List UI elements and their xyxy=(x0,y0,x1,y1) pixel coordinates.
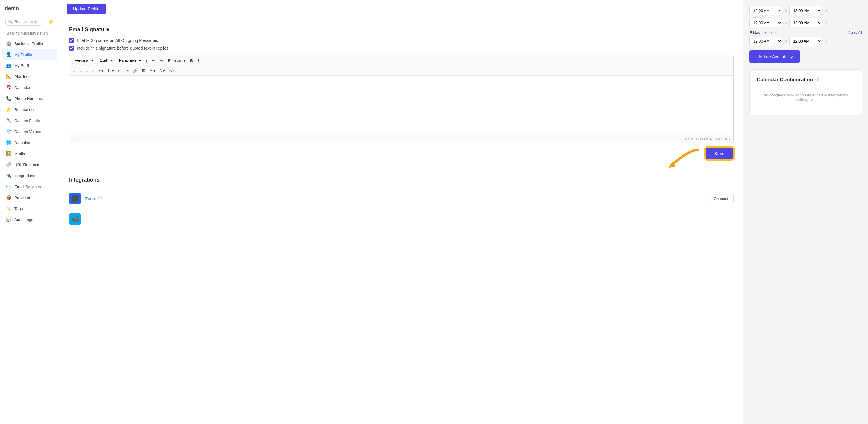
email-signature-title: Email Signature xyxy=(69,27,734,33)
sidebar-item-integrations[interactable]: 🔌 Integrations xyxy=(2,170,57,181)
sidebar-item-label: Phone Numbers xyxy=(14,96,43,101)
back-to-main-nav[interactable]: ‹ Back to main navigation xyxy=(0,29,59,38)
sidebar-item-label: My Profile xyxy=(14,52,32,57)
time-to-select-2[interactable]: 12:00 AM xyxy=(789,18,822,27)
second-integration-row: 📹 xyxy=(69,209,734,229)
font-select[interactable]: Verdana xyxy=(72,57,95,64)
editor-toolbar-top: Verdana 11pt Paragraph I ↩ ↪ Formats ▾ B… xyxy=(69,55,734,66)
chevron-left-icon: ‹ xyxy=(4,31,5,35)
numbered-list-btn[interactable]: 1. ▾ xyxy=(106,67,115,74)
editor-word-count: 0 WORDS POWERED BY TINY xyxy=(684,137,731,141)
italic-toolbar-btn[interactable]: I xyxy=(145,57,149,64)
bullet-list-btn[interactable]: • ▾ xyxy=(97,67,104,74)
align-justify-btn[interactable]: ≡ xyxy=(91,67,96,74)
sidebar-item-my-profile[interactable]: 👤 My Profile xyxy=(2,49,57,60)
sidebar-item-business-profile[interactable]: 🏢 Business Profile xyxy=(2,38,57,49)
editor-body[interactable] xyxy=(69,76,734,135)
second-integration-left: 📹 xyxy=(69,213,81,225)
indent-less-btn[interactable]: ⇤ xyxy=(117,67,123,74)
friday-time-remove[interactable]: × xyxy=(825,39,828,44)
sidebar-item-label: Business Profile xyxy=(14,41,43,46)
undo-btn[interactable]: ↩ xyxy=(151,57,157,64)
time-remove-2[interactable]: × xyxy=(825,20,828,26)
lightning-icon[interactable]: ⚡ xyxy=(47,19,54,25)
calendar-empty-msg: No google/outlook accounts added in Inte… xyxy=(757,87,855,108)
integrations-section: Integrations 🎥 Zoom ⓘ Connect 📹 xyxy=(59,168,743,238)
update-availability-button[interactable]: Update Availability xyxy=(749,50,800,63)
second-integration-logo: 📹 xyxy=(69,213,81,225)
sidebar-item-audit-logs[interactable]: 📊 Audit Logs xyxy=(2,214,57,225)
time-from-select-1[interactable]: 12:00 AM xyxy=(749,6,782,15)
media-icon: 🖼️ xyxy=(6,151,11,156)
sidebar-item-label: Media xyxy=(14,151,25,156)
sidebar-item-tags[interactable]: 🏷️ Tags xyxy=(2,203,57,214)
sidebar-item-label: Calendars xyxy=(14,85,33,90)
friday-apply-all[interactable]: Apply All xyxy=(848,31,862,35)
reputation-icon: ⭐ xyxy=(6,107,11,112)
zoom-info-icon[interactable]: ⓘ xyxy=(98,196,102,201)
search-bar[interactable]: 🔍 Search ctrl K xyxy=(5,18,41,26)
indent-more-btn[interactable]: ⇥ xyxy=(124,67,130,74)
sidebar-item-reputation[interactable]: ⭐ Reputation xyxy=(2,104,57,115)
bold-btn[interactable]: B xyxy=(189,57,194,64)
friday-time-from[interactable]: 12:00 AM xyxy=(749,36,782,46)
sidebar-item-pipelines[interactable]: 📐 Pipelines xyxy=(2,71,57,82)
pipelines-icon: 📐 xyxy=(6,74,11,79)
format-select[interactable]: Paragraph xyxy=(116,57,143,64)
my-profile-icon: 👤 xyxy=(6,52,11,57)
sidebar-item-phone-numbers[interactable]: 📞 Phone Numbers xyxy=(2,93,57,104)
friday-day-row: Friday + hours Apply All 12:00 AM × 12:0… xyxy=(749,30,862,46)
sidebar-item-url-redirects[interactable]: 🔗 URL Redirects xyxy=(2,159,57,170)
sidebar-item-my-staff[interactable]: 👥 My Staff xyxy=(2,60,57,71)
custom-values-icon: 💎 xyxy=(6,129,11,134)
size-select[interactable]: 11pt xyxy=(97,57,114,64)
save-button[interactable]: Save xyxy=(705,147,734,160)
back-nav-label: Back to main navigation xyxy=(6,31,48,35)
sidebar-item-label: Email Services xyxy=(14,185,41,189)
time-remove-1[interactable]: × xyxy=(825,8,828,13)
align-left-btn[interactable]: ≡ xyxy=(72,67,77,74)
right-panel: 12:00 AM × 12:00 AM × 12:00 AM × 12:00 A… xyxy=(743,0,868,424)
sidebar-item-calendars[interactable]: 📅 Calendars xyxy=(2,82,57,93)
redo-btn[interactable]: ↪ xyxy=(159,57,165,64)
friday-day-header: Friday + hours Apply All xyxy=(749,30,862,35)
friday-time-to[interactable]: 12:00 AM xyxy=(789,36,822,46)
sidebar-item-custom-values[interactable]: 💎 Custom Values xyxy=(2,126,57,137)
search-label: Search xyxy=(14,19,27,24)
code-btn[interactable]: </> xyxy=(167,67,176,74)
include-signature-checkbox[interactable] xyxy=(69,46,74,51)
italic-btn[interactable]: I xyxy=(196,57,200,64)
checkbox-include-signature-row: Include this signature before quoted tex… xyxy=(69,46,734,51)
main-content: Update Profile Email Signature Enable Si… xyxy=(59,0,868,424)
enable-signature-checkbox[interactable] xyxy=(69,38,74,43)
custom-fields-icon: 🔧 xyxy=(6,118,11,123)
domains-icon: 🌐 xyxy=(6,140,11,145)
sidebar-item-domains[interactable]: 🌐 Domains xyxy=(2,137,57,148)
update-profile-button[interactable]: Update Profile xyxy=(67,4,106,14)
calendar-config-info-icon[interactable]: ⓘ xyxy=(815,77,819,82)
zoom-connect-button[interactable]: Connect xyxy=(708,194,734,203)
editor-footer: P 0 WORDS POWERED BY TINY xyxy=(69,135,734,143)
sidebar-item-providers[interactable]: 📦 Providers xyxy=(2,192,57,203)
text-color-btn[interactable]: A ▾ xyxy=(148,67,157,74)
bg-color-btn[interactable]: A ▾ xyxy=(158,67,167,74)
save-section: Save xyxy=(69,143,734,160)
sidebar-item-media[interactable]: 🖼️ Media xyxy=(2,148,57,159)
zoom-integration-row: 🎥 Zoom ⓘ Connect xyxy=(69,188,734,209)
calendar-config-box: Calendar Configuration ⓘ No google/outlo… xyxy=(749,69,862,115)
sidebar-item-custom-fields[interactable]: 🔧 Custom Fields xyxy=(2,115,57,126)
time-separator-2: × xyxy=(784,21,787,25)
friday-add-hours[interactable]: + hours xyxy=(764,31,776,35)
align-right-btn[interactable]: ≡ xyxy=(84,67,90,74)
time-from-select-2[interactable]: 12:00 AM xyxy=(749,18,782,27)
email-services-icon: ✉️ xyxy=(6,184,11,189)
save-button-wrapper: Save xyxy=(705,147,734,160)
formats-btn[interactable]: Formats ▾ xyxy=(167,57,187,64)
sidebar-item-email-services[interactable]: ✉️ Email Services xyxy=(2,181,57,192)
link-btn[interactable]: 🔗 xyxy=(131,67,139,74)
align-center-btn[interactable]: ≡ xyxy=(78,67,84,74)
sidebar-item-label: Audit Logs xyxy=(14,218,33,222)
zoom-label: Zoom xyxy=(85,196,96,201)
image-btn[interactable]: 🖼 xyxy=(140,67,147,74)
time-to-select-1[interactable]: 12:00 AM xyxy=(789,6,822,15)
